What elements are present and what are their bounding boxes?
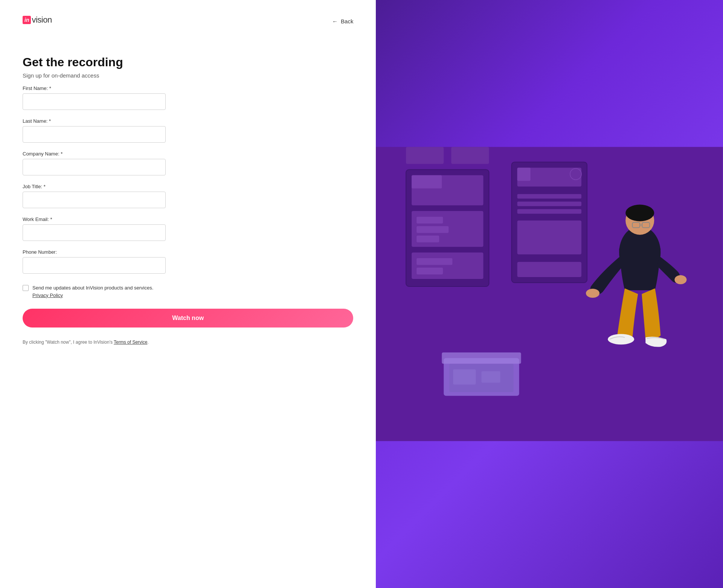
svg-rect-13 [517,168,531,181]
label-job_title: Job Title: * [23,184,353,189]
input-last_name[interactable] [23,126,166,143]
svg-rect-8 [412,253,484,279]
terms-of-service-link[interactable]: Terms of Service [114,340,147,345]
label-last_name: Last Name: * [23,118,353,124]
svg-point-33 [586,289,599,298]
svg-rect-18 [517,221,581,254]
terms-text: By clicking "Watch now", I agree to InVi… [23,339,353,346]
svg-rect-6 [417,226,449,233]
updates-checkbox-group: Send me updates about InVision products … [23,284,353,298]
updates-label[interactable]: Send me updates about InVision products … [32,285,153,291]
svg-rect-21 [451,147,489,164]
input-first_name[interactable] [23,93,166,110]
svg-rect-19 [517,262,581,277]
svg-rect-26 [482,371,500,382]
privacy-policy-link[interactable]: Privacy Policy [32,292,153,298]
signup-form: First Name: *Last Name: *Company Name: *… [23,85,353,282]
watch-now-button[interactable]: Watch now [23,309,353,328]
input-work_email[interactable] [23,224,166,241]
updates-checkbox[interactable] [23,285,29,291]
svg-rect-20 [406,147,444,164]
svg-rect-10 [417,268,443,274]
svg-point-29 [626,205,654,221]
terms-prefix: By clicking "Watch now", I agree to InVi… [23,340,113,345]
svg-rect-15 [517,194,581,199]
back-button[interactable]: ← Back [332,18,353,24]
svg-rect-3 [412,175,442,188]
checkbox-label-container: Send me updates about InVision products … [32,284,153,298]
svg-point-35 [608,334,634,344]
svg-rect-7 [417,236,439,242]
svg-rect-17 [517,209,581,214]
logo-icon: in [23,16,31,24]
form-group-work_email: Work Email: * [23,216,353,241]
label-work_email: Work Email: * [23,216,353,222]
svg-point-34 [675,275,687,284]
label-phone_number: Phone Number: [23,249,353,255]
page-title: Get the recording [23,55,353,69]
svg-rect-16 [517,202,581,206]
logo: invision [23,15,52,25]
svg-point-14 [570,168,581,180]
svg-rect-5 [417,217,443,224]
logo-text: vision [32,15,52,25]
svg-rect-25 [453,369,476,384]
form-group-job_title: Job Title: * [23,184,353,208]
header-row: invision ← Back [23,15,353,40]
form-group-first_name: First Name: * [23,85,353,110]
hero-scene [376,0,723,588]
form-group-last_name: Last Name: * [23,118,353,143]
input-phone_number[interactable] [23,257,166,274]
svg-rect-9 [417,258,453,265]
hero-image [376,0,723,588]
label-company_name: Company Name: * [23,151,353,157]
back-label: Back [341,18,353,24]
back-arrow-icon: ← [332,18,338,24]
terms-period: . [147,340,148,345]
label-first_name: First Name: * [23,85,353,91]
right-panel [376,0,723,588]
svg-rect-23 [442,352,521,364]
form-group-phone_number: Phone Number: [23,249,353,274]
input-company_name[interactable] [23,159,166,175]
input-job_title[interactable] [23,192,166,208]
page-subtitle: Sign up for on-demand access [23,72,353,79]
form-group-company_name: Company Name: * [23,151,353,175]
left-panel: invision ← Back Get the recording Sign u… [0,0,376,588]
